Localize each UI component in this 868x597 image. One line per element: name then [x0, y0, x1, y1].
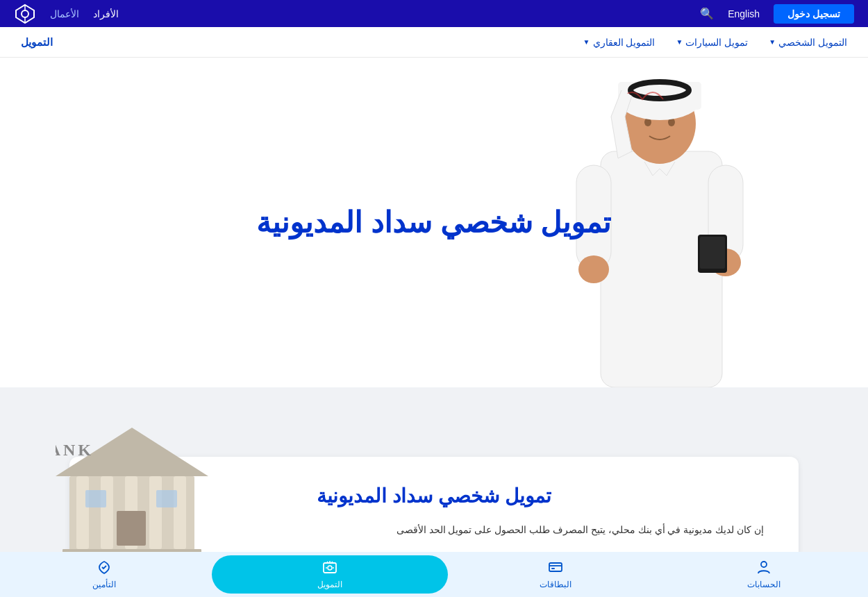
svg-point-30 [761, 562, 767, 567]
top-nav-left: الأفراد الأعمال [14, 3, 119, 25]
top-navigation: تسجيل دخول English 🔍 الأفراد الأعمال [0, 0, 868, 27]
svg-rect-9 [700, 237, 725, 269]
svg-text:BANK: BANK [56, 441, 94, 459]
content-section: تمويل شخصي سداد المديونية إن كان لديك مد… [0, 429, 868, 561]
hero-section: تمويل شخصي سداد المديونية [0, 58, 868, 387]
hero-title: تمويل شخصي سداد المديونية [256, 205, 611, 239]
svg-rect-27 [117, 511, 146, 546]
tab-financing[interactable]: التمويل [212, 555, 448, 594]
bank-illustration: BANK [56, 421, 208, 560]
svg-point-35 [328, 566, 332, 570]
personal-caret-icon: ▼ [769, 38, 776, 46]
insurance-icon [97, 560, 112, 577]
financing-label: التمويل [317, 580, 342, 589]
financing-icon [322, 560, 337, 577]
search-icon[interactable]: 🔍 [700, 7, 714, 20]
svg-rect-29 [85, 490, 106, 507]
svg-rect-31 [549, 563, 562, 571]
svg-rect-34 [324, 563, 336, 573]
svg-point-6 [578, 255, 609, 283]
personal-financing-label: التمويل الشخصي [778, 37, 847, 48]
hero-text-block: تمويل شخصي سداد المديونية [256, 205, 611, 239]
bank-logo [14, 3, 36, 25]
accounts-label: الحسابات [747, 580, 781, 589]
real-estate-financing-label: التمويل العقاري [593, 37, 656, 48]
individuals-link[interactable]: الأفراد [93, 8, 119, 19]
svg-rect-22 [101, 476, 113, 549]
tab-insurance[interactable]: التأمين [0, 552, 208, 597]
cars-financing-label: تمويل السيارات [685, 37, 748, 48]
cards-icon [548, 560, 563, 577]
cars-caret-icon: ▼ [676, 38, 683, 46]
svg-rect-28 [156, 490, 177, 507]
sec-nav-links: التمويل الشخصي ▼ تمويل السيارات ▼ التموي… [583, 37, 847, 48]
real-estate-caret-icon: ▼ [583, 38, 590, 46]
bank-svg: BANK [56, 421, 208, 560]
language-switcher[interactable]: English [728, 8, 760, 19]
cards-label: البطاقات [540, 580, 571, 589]
svg-point-0 [22, 10, 28, 17]
business-link[interactable]: الأعمال [50, 8, 79, 19]
financing-main-nav[interactable]: التمويل [21, 36, 53, 49]
cars-financing-nav[interactable]: تمويل السيارات ▼ [676, 37, 748, 48]
login-button[interactable]: تسجيل دخول [774, 4, 854, 24]
insurance-label: التأمين [92, 580, 116, 589]
svg-rect-33 [551, 568, 555, 569]
real-estate-financing-nav[interactable]: التمويل العقاري ▼ [583, 37, 656, 48]
personal-financing-nav[interactable]: التمويل الشخصي ▼ [769, 37, 847, 48]
svg-rect-21 [76, 476, 89, 549]
top-nav-right: تسجيل دخول English 🔍 [700, 4, 854, 24]
secondary-navigation: التمويل الشخصي ▼ تمويل السيارات ▼ التموي… [0, 27, 868, 58]
svg-rect-24 [149, 476, 162, 549]
tab-accounts[interactable]: الحسابات [660, 552, 868, 597]
card-container-area: تمويل شخصي سداد المديونية إن كان لديك مد… [0, 457, 868, 560]
bottom-tab-bar: الحسابات البطاقات التمويل [0, 552, 868, 597]
accounts-icon [756, 560, 771, 577]
tab-cards[interactable]: البطاقات [451, 552, 660, 597]
main-content-card: تمويل شخصي سداد المديونية إن كان لديك مد… [69, 457, 799, 560]
svg-rect-25 [174, 476, 186, 549]
